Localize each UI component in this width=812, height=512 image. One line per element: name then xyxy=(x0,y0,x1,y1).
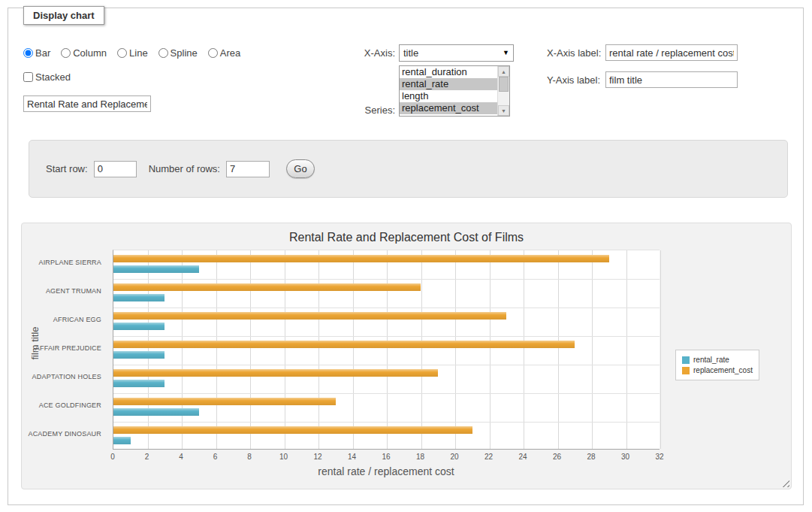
gridline xyxy=(387,250,388,449)
x-tick-label: 2 xyxy=(136,453,158,461)
series-option-replacement-cost[interactable]: replacement_cost xyxy=(400,102,497,114)
series-option-rental-rate[interactable]: rental_rate xyxy=(400,78,497,90)
bar-replacement_cost xyxy=(113,255,609,262)
chart-type-line-label: Line xyxy=(129,47,148,59)
x-tick-label: 0 xyxy=(101,453,124,461)
chart-type-area-radio[interactable] xyxy=(208,48,218,58)
x-axis-ticks: 02468101214161820222426283032 xyxy=(113,453,660,463)
gridline xyxy=(113,279,660,280)
x-axis-select[interactable]: title ▼ xyxy=(399,44,514,62)
bar-replacement_cost xyxy=(113,426,472,434)
display-chart-fieldset: Display chart Bar Column Line Spline Are… xyxy=(8,8,804,505)
start-row-input[interactable] xyxy=(94,161,137,177)
legend-swatch xyxy=(682,367,690,374)
scrollbar-thumb[interactable] xyxy=(499,77,509,92)
gridline xyxy=(182,250,183,449)
scroll-up-icon[interactable]: ▲ xyxy=(498,66,509,77)
bar-rental_rate xyxy=(113,294,165,301)
gridline xyxy=(455,250,456,449)
gridline xyxy=(490,250,491,449)
gridline xyxy=(216,250,217,449)
row-controls-panel: Start row: Number of rows: Go xyxy=(29,140,788,198)
series-option-length[interactable]: length xyxy=(400,90,497,102)
x-tick-label: 26 xyxy=(546,453,569,461)
series-option-rental-duration[interactable]: rental_duration xyxy=(400,66,497,78)
chart-type-radio-group: Bar Column Line Spline Area xyxy=(23,47,240,59)
x-tick-label: 32 xyxy=(648,453,671,461)
gridline xyxy=(660,250,661,449)
gridline xyxy=(113,336,660,337)
bar-replacement_cost xyxy=(113,341,575,348)
gridline xyxy=(558,250,559,449)
series-select-label: Series: xyxy=(324,105,395,116)
chart-type-line-radio[interactable] xyxy=(117,48,127,58)
y-axis-label-label: Y-Axis label: xyxy=(547,74,600,86)
bar-replacement_cost xyxy=(113,398,336,405)
gridline xyxy=(113,365,660,365)
x-tick-label: 6 xyxy=(204,453,227,461)
chart-type-bar[interactable]: Bar xyxy=(23,47,50,59)
stacked-option[interactable]: Stacked xyxy=(23,71,71,83)
chart-type-spline[interactable]: Spline xyxy=(158,47,198,59)
legend-label: rental_rate xyxy=(693,356,729,364)
x-tick-label: 16 xyxy=(375,453,397,461)
chevron-down-icon: ▼ xyxy=(503,49,509,56)
legend-item[interactable]: replacement_cost xyxy=(682,366,753,374)
number-of-rows-input[interactable] xyxy=(226,161,270,177)
stacked-checkbox[interactable] xyxy=(23,72,33,82)
bar-replacement_cost xyxy=(113,312,506,320)
chart-title-input[interactable] xyxy=(23,95,151,112)
gridline xyxy=(524,250,524,449)
category-label: ADAPTATION HOLES xyxy=(22,373,101,380)
chart-type-column-radio[interactable] xyxy=(61,48,71,58)
chart-type-spline-radio[interactable] xyxy=(158,48,168,58)
chart-type-line[interactable]: Line xyxy=(117,47,148,59)
go-button[interactable]: Go xyxy=(286,159,315,178)
stacked-label: Stacked xyxy=(35,71,71,83)
legend-swatch xyxy=(682,356,690,364)
series-options: rental_duration rental_rate length repla… xyxy=(400,66,497,116)
category-label: ACADEMY DINOSAUR xyxy=(22,430,101,438)
category-axis: AIRPLANE SIERRAAGENT TRUMANAFRICAN EGGAF… xyxy=(22,250,107,450)
bar-replacement_cost xyxy=(113,369,438,377)
x-axis-selected-value: title xyxy=(403,47,418,59)
chart-title: Rental Rate and Replacement Cost of Film… xyxy=(22,231,791,244)
x-axis-select-label: X-Axis: xyxy=(324,47,395,59)
resize-handle-icon[interactable] xyxy=(780,477,789,487)
chart-type-bar-radio[interactable] xyxy=(23,48,33,58)
scroll-down-icon[interactable]: ▼ xyxy=(498,105,509,116)
chart-legend: rental_ratereplacement_cost xyxy=(675,350,759,380)
bar-rental_rate xyxy=(113,351,165,359)
gridline xyxy=(353,250,354,449)
legend-label: replacement_cost xyxy=(693,366,753,374)
chart-container: Rental Rate and Replacement Cost of Film… xyxy=(21,223,792,489)
x-tick-label: 14 xyxy=(341,453,364,461)
series-scrollbar[interactable]: ▲ ▼ xyxy=(497,66,509,116)
chart-type-column[interactable]: Column xyxy=(61,47,107,59)
gridline xyxy=(250,250,251,449)
chart-type-area[interactable]: Area xyxy=(208,47,240,59)
x-axis-label-label: X-Axis label: xyxy=(547,47,601,59)
gridline xyxy=(285,250,285,449)
gridline xyxy=(626,250,627,449)
gridline xyxy=(113,422,660,423)
chart-type-column-label: Column xyxy=(73,47,107,59)
series-multiselect[interactable]: rental_duration rental_rate length repla… xyxy=(399,65,510,117)
bar-rental_rate xyxy=(113,408,199,416)
number-of-rows-label: Number of rows: xyxy=(149,163,220,174)
bar-rental_rate xyxy=(113,265,199,273)
stacked-row: Stacked xyxy=(23,71,71,83)
gridline xyxy=(421,250,422,449)
start-row-label: Start row: xyxy=(46,163,88,174)
x-tick-label: 30 xyxy=(614,453,637,461)
x-tick-label: 22 xyxy=(478,453,500,461)
x-tick-label: 8 xyxy=(238,453,261,461)
gridline xyxy=(148,250,149,449)
x-tick-label: 18 xyxy=(409,453,432,461)
legend-item[interactable]: rental_rate xyxy=(682,356,753,364)
plot-area xyxy=(113,250,660,450)
gridline xyxy=(318,250,319,449)
x-axis-label-input[interactable] xyxy=(605,44,738,61)
x-tick-label: 24 xyxy=(512,453,534,461)
y-axis-label-input[interactable] xyxy=(605,71,738,88)
